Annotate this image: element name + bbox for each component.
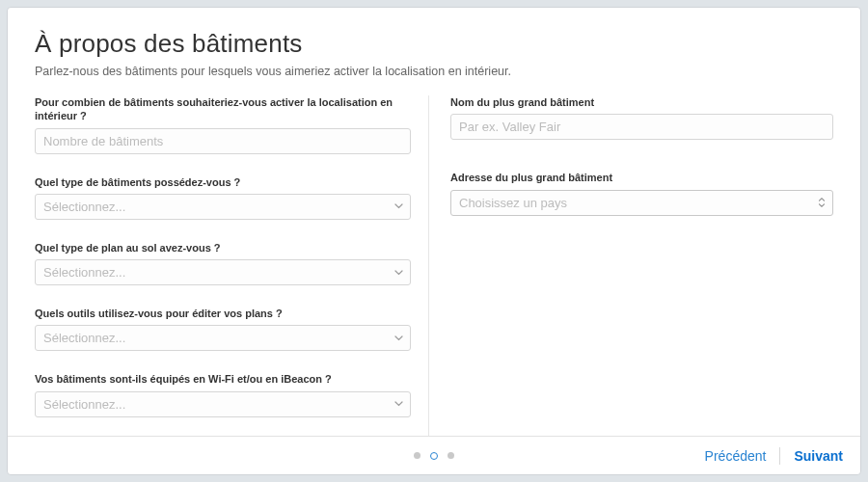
modal-window: À propos des bâtiments Parlez-nous des b…: [7, 7, 861, 475]
select-wifi-ibeacon[interactable]: Sélectionnez...: [35, 391, 411, 417]
modal-content: À propos des bâtiments Parlez-nous des b…: [8, 8, 860, 436]
page-dot-1[interactable]: [414, 452, 420, 459]
input-building-name[interactable]: [450, 114, 833, 140]
footer-bar: Précédent Suivant: [8, 436, 860, 474]
field-wifi-ibeacon: Vos bâtiments sont-ils équipés en Wi-Fi …: [35, 372, 411, 416]
select-building-type-value: Sélectionnez...: [43, 200, 125, 214]
right-column: Nom du plus grand bâtiment Adresse du pl…: [428, 95, 833, 436]
field-edit-tools: Quels outils utilisez-vous pour éditer v…: [35, 307, 411, 351]
field-floor-plan: Quel type de plan au sol avez-vous ? Sél…: [35, 241, 411, 285]
field-building-name: Nom du plus grand bâtiment: [450, 95, 833, 140]
label-building-type: Quel type de bâtiments possédez-vous ?: [35, 175, 411, 189]
form-columns: Pour combien de bâtiments souhaiteriez-v…: [35, 95, 833, 436]
label-floor-plan: Quel type de plan au sol avez-vous ?: [35, 241, 411, 254]
footer-actions: Précédent Suivant: [705, 447, 843, 465]
page-dot-3[interactable]: [448, 452, 454, 459]
label-building-address: Adresse du plus grand bâtiment: [450, 171, 833, 184]
select-building-type[interactable]: Sélectionnez...: [35, 194, 411, 220]
select-country-value: Choisissez un pays: [459, 196, 567, 210]
label-wifi-ibeacon: Vos bâtiments sont-ils équipés en Wi-Fi …: [35, 372, 411, 386]
page-title: À propos des bâtiments: [35, 29, 833, 59]
page-indicator: [414, 452, 454, 460]
separator: [779, 447, 780, 465]
left-column: Pour combien de bâtiments souhaiteriez-v…: [35, 95, 428, 436]
label-edit-tools: Quels outils utilisez-vous pour éditer v…: [35, 307, 411, 320]
select-floor-plan-value: Sélectionnez...: [43, 265, 125, 280]
label-building-name: Nom du plus grand bâtiment: [450, 95, 833, 109]
page-dot-2[interactable]: [430, 452, 438, 460]
select-edit-tools-value: Sélectionnez...: [43, 331, 125, 345]
label-building-count: Pour combien de bâtiments souhaiteriez-v…: [35, 95, 411, 123]
prev-button[interactable]: Précédent: [705, 448, 767, 464]
select-edit-tools[interactable]: Sélectionnez...: [35, 325, 411, 351]
select-wifi-ibeacon-value: Sélectionnez...: [43, 397, 125, 412]
page-subtitle: Parlez-nous des bâtiments pour lesquels …: [35, 65, 833, 78]
field-building-address: Adresse du plus grand bâtiment Choisisse…: [450, 171, 833, 215]
select-country[interactable]: Choisissez un pays: [450, 190, 833, 216]
field-building-count: Pour combien de bâtiments souhaiteriez-v…: [35, 95, 411, 154]
next-button[interactable]: Suivant: [794, 448, 843, 464]
select-floor-plan[interactable]: Sélectionnez...: [35, 259, 411, 285]
field-building-type: Quel type de bâtiments possédez-vous ? S…: [35, 175, 411, 220]
input-building-count[interactable]: [35, 128, 411, 154]
